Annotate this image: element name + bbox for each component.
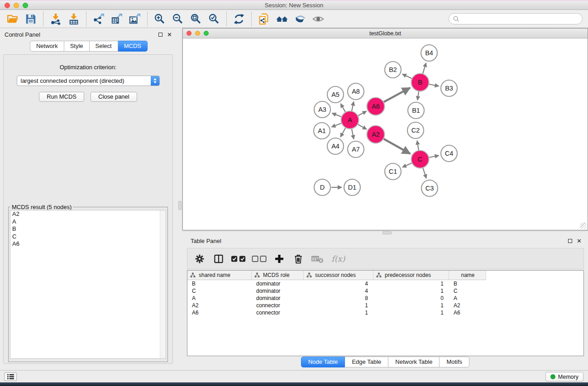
graph-edge-A-A5[interactable]	[340, 104, 345, 112]
graph-edge-A-A2[interactable]	[358, 124, 367, 129]
table-cell[interactable]: 1	[373, 302, 449, 309]
network-canvas[interactable]: B4B2BB3B1A8A5A6A3AA1C2A2A4A7C4CC1C3DD1	[183, 38, 588, 230]
tab-motifs[interactable]: Motifs	[440, 357, 469, 367]
close-table-panel-icon[interactable]: ✕	[577, 238, 582, 244]
hide-selected-button[interactable]	[291, 12, 309, 26]
graph-edge-A-A8[interactable]	[352, 102, 354, 111]
table-cell[interactable]: connector	[252, 302, 304, 309]
network-graph[interactable]: B4B2BB3B1A8A5A6A3AA1C2A2A4A7C4CC1C3DD1	[183, 38, 588, 230]
table-cell[interactable]: 4	[304, 280, 373, 287]
mcds-result-list[interactable]: A2ABCA6	[10, 210, 166, 359]
tab-node-table[interactable]: Node Table	[301, 357, 345, 367]
select-all-rows-button[interactable]	[231, 252, 246, 266]
table-cell[interactable]: 8	[304, 295, 373, 302]
open-file-button[interactable]	[4, 12, 22, 26]
first-neighbors-button[interactable]	[273, 12, 291, 26]
column-header-MCDS-role[interactable]: MCDS role	[252, 271, 304, 280]
save-session-button[interactable]	[22, 12, 40, 26]
tab-select[interactable]: Select	[90, 41, 118, 52]
zoom-selected-button[interactable]	[205, 12, 223, 26]
table-row[interactable]: A6connector11A6	[187, 309, 583, 316]
import-table-button[interactable]	[65, 12, 83, 26]
table-row[interactable]: Cdominator41C	[187, 287, 583, 295]
resize-grip-icon[interactable]	[580, 223, 587, 229]
close-panel-icon[interactable]: ✕	[167, 32, 172, 38]
table-cell[interactable]: 0	[373, 295, 449, 302]
table-row[interactable]: A2connector11A2	[187, 302, 583, 309]
graph-edge-A-A6[interactable]	[358, 111, 367, 116]
graph-edge-C-C1[interactable]	[402, 163, 412, 167]
table-cell[interactable]: A	[449, 295, 486, 302]
delete-column-button[interactable]	[292, 252, 305, 266]
table-cell[interactable]: 1	[373, 309, 449, 316]
table-cell[interactable]: C	[449, 287, 486, 295]
mcds-result-item[interactable]: C	[10, 233, 166, 241]
table-settings-button[interactable]	[193, 252, 206, 266]
graph-edge-B-B2[interactable]	[402, 74, 412, 79]
mcds-result-item[interactable]: B	[10, 225, 166, 233]
float-panel-icon[interactable]	[158, 33, 163, 37]
table-cell[interactable]: A6	[187, 309, 252, 316]
table-cell[interactable]: 1	[304, 302, 373, 309]
graph-edge-C-C4[interactable]	[429, 156, 439, 157]
table-cell[interactable]: dominator	[252, 280, 304, 287]
clone-network-button[interactable]	[255, 12, 273, 26]
column-header-name[interactable]: name	[449, 271, 486, 280]
zoom-out-button[interactable]	[169, 12, 187, 26]
graph-edge-A-A4[interactable]	[340, 128, 345, 137]
memory-button[interactable]: Memory	[545, 372, 583, 381]
tab-style[interactable]: Style	[64, 41, 90, 52]
deselect-all-rows-button[interactable]	[252, 252, 267, 266]
graph-edge-A6-B[interactable]	[384, 88, 410, 102]
graph-edge-A-A3[interactable]	[332, 113, 342, 117]
graph-edge-C-C2[interactable]	[417, 141, 419, 151]
graph-edge-A-A1[interactable]	[331, 123, 341, 127]
table-cell[interactable]: A2	[449, 302, 486, 309]
search-field[interactable]	[449, 13, 583, 24]
table-row[interactable]: Bdominator41B	[187, 280, 583, 287]
column-header-successor-nodes[interactable]: successor nodes	[304, 271, 373, 280]
table-cell[interactable]: A6	[449, 309, 486, 316]
table-cell[interactable]: 4	[304, 287, 373, 295]
mcds-result-item[interactable]: A2	[10, 210, 166, 218]
table-cell[interactable]: 1	[373, 280, 449, 287]
table-cell[interactable]: A2	[187, 302, 252, 309]
table-cell[interactable]: dominator	[252, 287, 304, 295]
graph-edge-B-B1[interactable]	[417, 91, 419, 100]
tab-mcds[interactable]: MCDS	[118, 41, 148, 52]
zoom-in-button[interactable]	[151, 12, 169, 26]
criterion-dropdown[interactable]: largest connected component (directed)	[17, 76, 160, 86]
tab-network[interactable]: Network	[30, 41, 64, 52]
table-cell[interactable]: dominator	[252, 295, 304, 302]
column-header-predecessor-nodes[interactable]: predecessor nodes	[373, 271, 449, 280]
mcds-result-item[interactable]: A6	[10, 240, 166, 248]
export-table-button[interactable]	[108, 12, 126, 26]
column-header-shared-name[interactable]: shared name	[187, 271, 252, 280]
show-columns-button[interactable]	[212, 252, 225, 266]
import-network-button[interactable]	[47, 12, 65, 26]
table-row[interactable]: Adominator80A	[187, 295, 583, 302]
float-table-panel-icon[interactable]	[568, 239, 572, 243]
table-cell[interactable]: connector	[252, 309, 304, 316]
export-network-button[interactable]	[90, 12, 108, 26]
refresh-button[interactable]	[230, 12, 248, 26]
graph-edge-B-B3[interactable]	[429, 84, 439, 86]
create-column-button[interactable]	[272, 252, 286, 266]
graph-edge-A-A7[interactable]	[352, 129, 354, 139]
network-window-titlebar[interactable]: testGlobe.txt	[183, 29, 588, 38]
vertical-splitter-handle[interactable]	[178, 201, 182, 210]
result-scrollbar[interactable]	[160, 210, 166, 358]
table-cell[interactable]: B	[187, 280, 252, 287]
table-cell[interactable]: C	[187, 287, 252, 295]
run-mcds-button[interactable]: Run MCDS	[39, 92, 84, 102]
table-cell[interactable]: 1	[304, 309, 373, 316]
table-cell[interactable]: 1	[373, 287, 449, 295]
table-cell[interactable]: A	[187, 295, 252, 302]
graph-edge-B-B4[interactable]	[423, 63, 426, 74]
horizontal-splitter-handle[interactable]	[382, 231, 392, 234]
tab-edge-table[interactable]: Edge Table	[345, 357, 388, 367]
close-panel-button[interactable]: Close panel	[91, 92, 137, 102]
zoom-fit-button[interactable]	[187, 12, 205, 26]
tab-network-table[interactable]: Network Table	[388, 357, 440, 367]
task-history-button[interactable]	[4, 372, 17, 381]
